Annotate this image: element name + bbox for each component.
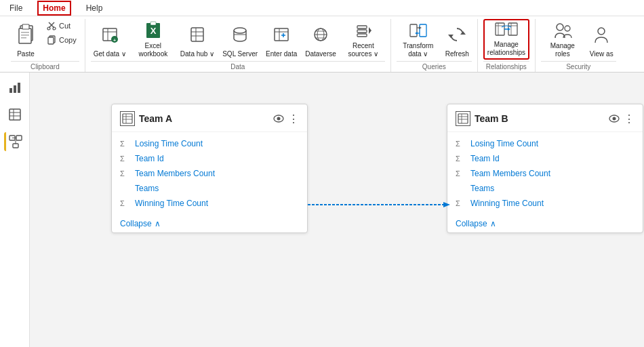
collapse-label: Collapse: [120, 219, 152, 228]
sql-server-label: SQL Server: [222, 50, 258, 58]
sidebar-icon-data[interactable]: [4, 105, 26, 124]
svg-marker-39: [369, 27, 371, 34]
svg-rect-11: [48, 37, 54, 44]
team-b-members-count[interactable]: Σ Team Members Count: [447, 166, 643, 181]
dataverse-label: Dataverse: [305, 50, 336, 58]
team-a-title: Team A: [139, 113, 269, 124]
menu-help[interactable]: Help: [82, 2, 107, 14]
sigma-icon: Σ: [120, 169, 129, 178]
svg-point-58: [598, 28, 605, 35]
svg-rect-48: [496, 23, 504, 35]
team-b-eye-icon[interactable]: [609, 114, 620, 123]
team-a-collapse[interactable]: Collapse ∧: [112, 215, 307, 232]
svg-rect-1: [19, 28, 31, 43]
team-a-members-count[interactable]: Σ Team Members Count: [112, 166, 307, 181]
excel-workbook-button[interactable]: X Excel workbook: [132, 19, 175, 60]
team-b-teams[interactable]: Teams: [447, 181, 643, 196]
svg-marker-55: [508, 28, 510, 30]
team-b-team-id[interactable]: Σ Team Id: [447, 151, 643, 166]
paste-label: Paste: [17, 50, 35, 58]
sigma-icon: Σ: [120, 140, 129, 148]
svg-rect-61: [18, 83, 20, 93]
svg-marker-43: [419, 26, 422, 29]
team-a-header: Team A ⋮: [112, 104, 307, 132]
svg-point-8: [47, 27, 50, 30]
sidebar-icon-report[interactable]: [4, 78, 26, 97]
manage-roles-button[interactable]: Manage roles: [541, 19, 584, 60]
chevron-up-icon: ∧: [490, 219, 496, 228]
main-layout: Team A ⋮ Σ Losing Time Count: [0, 73, 644, 347]
data-hub-label: Data hub ∨: [180, 50, 214, 58]
data-group-label: Data: [91, 61, 385, 70]
dataverse-button[interactable]: Dataverse: [302, 19, 339, 60]
team-b-card: Team B ⋮ Σ Losing Time Count: [447, 104, 643, 233]
team-b-losing-time[interactable]: Σ Losing Time Count: [447, 136, 643, 151]
svg-rect-38: [357, 34, 367, 37]
field-label: Team Members Count: [135, 169, 215, 178]
svg-rect-4: [21, 35, 29, 36]
svg-marker-47: [448, 35, 454, 38]
menu-home[interactable]: Home: [37, 1, 71, 16]
svg-rect-36: [357, 26, 367, 28]
field-label: Losing Time Count: [135, 139, 203, 148]
field-label: Teams: [470, 184, 494, 193]
ribbon-group-clipboard: Paste Cut: [5, 19, 85, 72]
copy-button[interactable]: Copy: [43, 33, 79, 47]
excel-workbook-label: Excel workbook: [134, 42, 172, 58]
svg-point-9: [53, 27, 56, 30]
team-a-table-icon: [120, 111, 135, 126]
team-b-collapse[interactable]: Collapse ∧: [447, 215, 643, 232]
team-a-more-icon[interactable]: ⋮: [288, 113, 299, 125]
sidebar-icon-model[interactable]: [4, 132, 26, 151]
svg-rect-3: [21, 32, 29, 33]
sigma-icon: Σ: [456, 155, 465, 163]
left-sidebar: [0, 73, 30, 347]
svg-rect-40: [410, 24, 417, 37]
svg-rect-19: [150, 22, 156, 25]
model-canvas: Team A ⋮ Σ Losing Time Count: [30, 73, 644, 347]
field-label: Teams: [135, 184, 159, 193]
svg-point-76: [277, 117, 281, 121]
team-b-header: Team B ⋮: [447, 104, 643, 132]
manage-relationships-button[interactable]: Manage relationships: [483, 19, 529, 60]
svg-rect-67: [16, 136, 22, 140]
view-as-button[interactable]: View as: [587, 19, 616, 60]
svg-rect-37: [357, 30, 367, 33]
queries-group-label: Queries: [397, 61, 472, 70]
team-a-eye-icon[interactable]: [273, 114, 284, 123]
team-a-team-id[interactable]: Σ Team Id: [112, 151, 307, 166]
ribbon: Paste Cut: [0, 16, 644, 73]
team-b-header-icons: ⋮: [609, 113, 635, 125]
svg-rect-59: [9, 88, 12, 93]
paste-button[interactable]: Paste: [11, 19, 41, 60]
sql-server-button[interactable]: SQL Server: [220, 19, 260, 60]
menu-bar: File Home Help: [0, 0, 644, 16]
enter-data-button[interactable]: Enter data: [263, 19, 300, 60]
svg-marker-45: [415, 32, 418, 35]
menu-file[interactable]: File: [5, 2, 26, 14]
data-hub-button[interactable]: Data hub ∨: [178, 19, 217, 60]
svg-rect-5: [21, 37, 26, 39]
enter-data-label: Enter data: [266, 50, 297, 58]
team-a-losing-time[interactable]: Σ Losing Time Count: [112, 136, 307, 151]
field-label: Winning Time Count: [135, 199, 208, 208]
cut-icon: [46, 20, 57, 31]
team-a-winning-time[interactable]: Σ Winning Time Count: [112, 196, 307, 211]
svg-rect-20: [191, 28, 203, 41]
recent-sources-button[interactable]: Recent sources ∨: [342, 19, 385, 60]
team-b-winning-time[interactable]: Σ Winning Time Count: [447, 196, 643, 211]
team-b-more-icon[interactable]: ⋮: [624, 113, 635, 125]
copy-icon: [46, 35, 57, 45]
team-a-teams[interactable]: Teams: [112, 181, 307, 196]
get-data-button[interactable]: + Get data ∨: [91, 19, 129, 60]
ribbon-group-relationships: Manage relationships Relationships: [478, 19, 536, 72]
view-as-label: View as: [590, 50, 613, 58]
refresh-label: Refresh: [445, 50, 469, 58]
svg-rect-62: [9, 109, 20, 120]
team-b-fields: Σ Losing Time Count Σ Team Id Σ Team Mem…: [447, 132, 643, 215]
transform-data-button[interactable]: Transform data ∨: [397, 19, 440, 60]
ribbon-group-data: + Get data ∨ X Excel workbook: [85, 19, 391, 72]
cut-button[interactable]: Cut: [43, 19, 79, 33]
collapse-label: Collapse: [456, 219, 487, 228]
refresh-button[interactable]: Refresh: [443, 19, 472, 60]
